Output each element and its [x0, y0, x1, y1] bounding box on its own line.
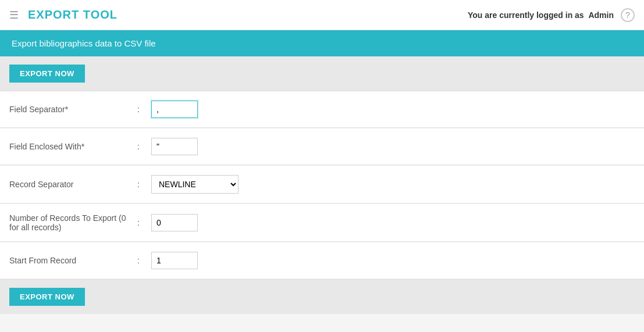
logged-in-text: You are currently logged in as Admin — [468, 10, 614, 20]
header-right: You are currently logged in as Admin ? — [468, 8, 635, 22]
logged-in-prefix: You are currently logged in as — [468, 10, 584, 20]
field-separator-label: Field Separator* — [9, 105, 137, 114]
export-now-button-bottom[interactable]: EXPORT NOW — [9, 288, 85, 306]
field-separator-input[interactable] — [151, 101, 198, 118]
field-enclosed-input[interactable] — [151, 138, 198, 155]
start-from-row: Start From Record : — [0, 242, 644, 279]
help-icon[interactable]: ? — [621, 8, 635, 22]
num-records-row: Number of Records To Export (0 for all r… — [0, 204, 644, 242]
app-title: EXPORT TOOL — [28, 8, 118, 22]
num-records-input[interactable] — [151, 214, 198, 231]
start-from-colon: : — [137, 256, 151, 265]
banner-text: Export bibliographics data to CSV file — [12, 38, 156, 48]
field-separator-row: Field Separator* : — [0, 91, 644, 128]
start-from-input[interactable] — [151, 252, 198, 269]
main-content: EXPORT NOW Field Separator* : Field Encl… — [0, 56, 644, 314]
help-symbol: ? — [625, 10, 630, 20]
header: ☰ EXPORT TOOL You are currently logged i… — [0, 0, 644, 30]
export-now-button-top[interactable]: EXPORT NOW — [9, 65, 85, 83]
banner: Export bibliographics data to CSV file — [0, 30, 644, 56]
record-separator-select[interactable]: NEWLINE CR+LF CR — [151, 175, 239, 194]
record-separator-colon: : — [137, 180, 151, 189]
field-enclosed-row: Field Enclosed With* : — [0, 128, 644, 165]
hamburger-icon[interactable]: ☰ — [9, 9, 19, 22]
record-separator-label: Record Separator — [9, 180, 137, 189]
field-enclosed-colon: : — [137, 142, 151, 151]
form-container: Field Separator* : Field Enclosed With* … — [0, 91, 644, 279]
bottom-toolbar: EXPORT NOW — [0, 279, 644, 314]
start-from-label: Start From Record — [9, 256, 137, 265]
username: Admin — [588, 10, 614, 20]
header-left: ☰ EXPORT TOOL — [9, 8, 118, 22]
num-records-label: Number of Records To Export (0 for all r… — [9, 213, 137, 232]
field-enclosed-label: Field Enclosed With* — [9, 142, 137, 151]
num-records-colon: : — [137, 218, 151, 227]
record-separator-row: Record Separator : NEWLINE CR+LF CR — [0, 166, 644, 204]
field-separator-colon: : — [137, 105, 151, 114]
top-toolbar: EXPORT NOW — [0, 56, 644, 91]
